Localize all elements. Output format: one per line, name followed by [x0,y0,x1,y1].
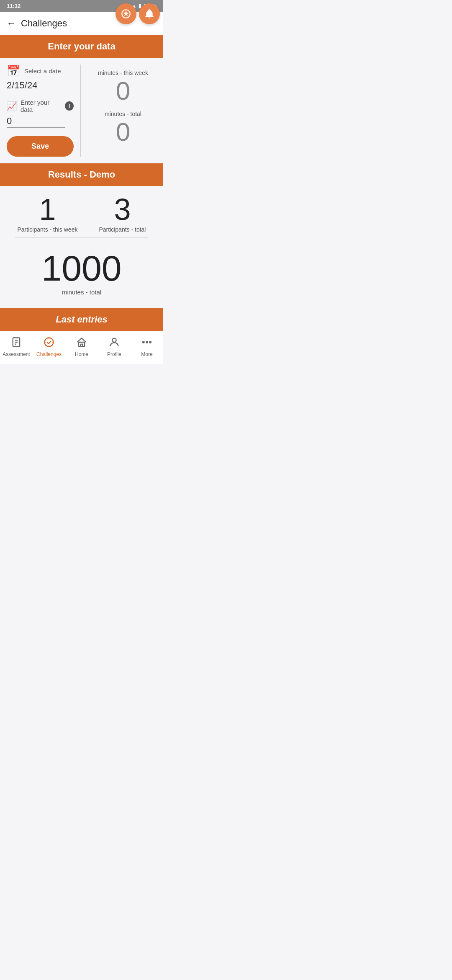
home-icon [76,336,87,350]
participants-total-col: 3 Participants - total [99,194,146,233]
date-label: Select a date [24,67,61,75]
participants-total-value: 3 [99,194,146,224]
header-icons [116,3,160,24]
participants-row: 1 Participants - this week 3 Participant… [7,194,157,233]
svg-marker-1 [123,10,129,16]
participants-week-value: 1 [17,194,77,224]
svg-point-9 [112,338,116,342]
svg-point-6 [45,338,54,347]
results-banner: Results - Demo [0,163,163,186]
enter-data-title: Enter your data [48,41,115,52]
assessment-icon [10,336,22,350]
chart-icon: 📈 [7,101,17,111]
minutes-week-label: minutes - this week [98,70,148,76]
nav-item-challenges[interactable]: Challenges [33,335,65,359]
challenges-icon [43,336,55,350]
home-label: Home [75,351,88,357]
minutes-total-group: minutes - total 0 [105,111,141,145]
results-section: 1 Participants - this week 3 Participant… [0,186,163,308]
data-row: 📈 Enter your data i [7,99,74,113]
last-entries-banner: Last entries [0,308,163,331]
results-divider [15,237,148,237]
minutes-total-label: minutes - total [105,111,141,117]
enter-data-right: minutes - this week 0 minutes - total 0 [81,64,157,157]
more-icon [141,336,153,350]
minutes-week-value: 0 [98,78,148,104]
profile-label: Profile [107,351,121,357]
data-entry-label: Enter your data [21,99,62,113]
page-title: Challenges [21,18,67,29]
svg-rect-8 [81,344,83,347]
nav-item-profile[interactable]: Profile [98,335,131,359]
results-total-label: minutes - total [7,289,157,296]
minutes-week-group: minutes - this week 0 [98,70,148,104]
svg-point-12 [149,341,151,343]
nav-item-assessment[interactable]: Assessment [0,335,33,359]
nav-item-more[interactable]: More [131,335,163,359]
svg-point-11 [146,341,148,343]
back-button[interactable]: ← [7,18,16,29]
more-label: More [141,351,152,357]
status-time: 11:32 [7,3,21,9]
challenges-label: Challenges [36,351,62,357]
results-title: Results - Demo [48,169,115,180]
nav-item-home[interactable]: Home [65,335,98,359]
data-input[interactable] [7,116,65,128]
bell-button[interactable] [139,3,160,24]
date-row: 📅 Select a date [7,64,74,77]
calendar-icon: 📅 [7,64,20,77]
save-button[interactable]: Save [7,136,74,157]
results-total-section: 1000 minutes - total [7,246,157,300]
enter-data-left: 📅 Select a date 📈 Enter your data i Save [7,64,81,157]
date-input[interactable] [7,80,65,92]
svg-point-10 [143,341,144,343]
info-icon[interactable]: i [65,101,74,111]
bottom-nav: Assessment Challenges Home [0,331,163,364]
last-entries-title: Last entries [56,314,108,325]
profile-icon [108,336,120,350]
participants-total-label: Participants - total [99,226,146,233]
participants-week-label: Participants - this week [17,226,77,233]
assessment-label: Assessment [3,351,30,357]
badge-button[interactable] [116,3,136,24]
results-total-value: 1000 [7,250,157,286]
participants-week-col: 1 Participants - this week [17,194,77,233]
enter-data-banner: Enter your data [0,35,163,58]
header: ← Challenges [0,12,163,35]
enter-data-section: 📅 Select a date 📈 Enter your data i Save… [0,58,163,163]
minutes-total-value: 0 [105,119,141,145]
